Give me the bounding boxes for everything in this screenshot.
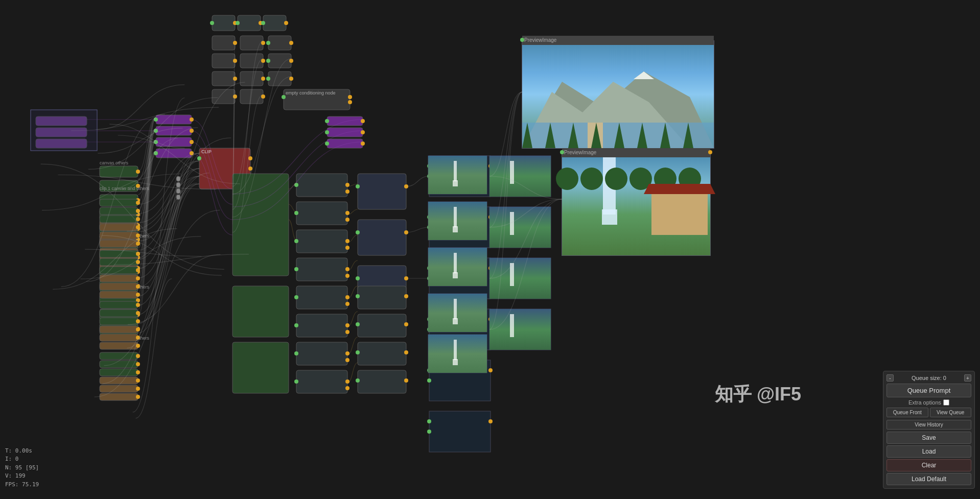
stat-fps: FPS: 75.19	[5, 481, 39, 489]
stat-time: T: 0.00s	[5, 447, 39, 456]
view-queue-button[interactable]: View Queue	[930, 408, 972, 417]
queue-increment-button[interactable]: +	[964, 374, 971, 382]
clear-button[interactable]: Clear	[886, 459, 971, 471]
watermark: 知乎 @IF5	[715, 382, 801, 407]
queue-front-button[interactable]: Queue Front	[886, 408, 928, 417]
action-buttons: Save Load Clear Load Default	[886, 432, 971, 485]
extra-options-label: Extra options	[908, 399, 941, 406]
queue-panel: - Queue size: 0 + Queue Prompt Extra opt…	[883, 371, 975, 489]
stat-iteration: I: 0	[5, 455, 39, 464]
queue-decrement-button[interactable]: -	[886, 374, 894, 382]
view-history-button[interactable]: View History	[886, 420, 971, 430]
stat-nodes: N: 95 [95]	[5, 464, 39, 472]
queue-nav-row: Queue Front View Queue	[886, 408, 971, 417]
load-button[interactable]: Load	[886, 445, 971, 458]
queue-size-label: Queue size: 0	[912, 375, 946, 381]
extra-options-checkbox[interactable]	[943, 399, 949, 406]
stat-value: V: 199	[5, 472, 39, 481]
queue-size-row: - Queue size: 0 +	[886, 374, 971, 382]
extra-options-row: Extra options	[886, 399, 971, 406]
load-default-button[interactable]: Load Default	[886, 473, 971, 485]
save-button[interactable]: Save	[886, 432, 971, 444]
queue-prompt-button[interactable]: Queue Prompt	[886, 384, 971, 397]
stats-overlay: T: 0.00s I: 0 N: 95 [95] V: 199 FPS: 75.…	[5, 447, 39, 489]
